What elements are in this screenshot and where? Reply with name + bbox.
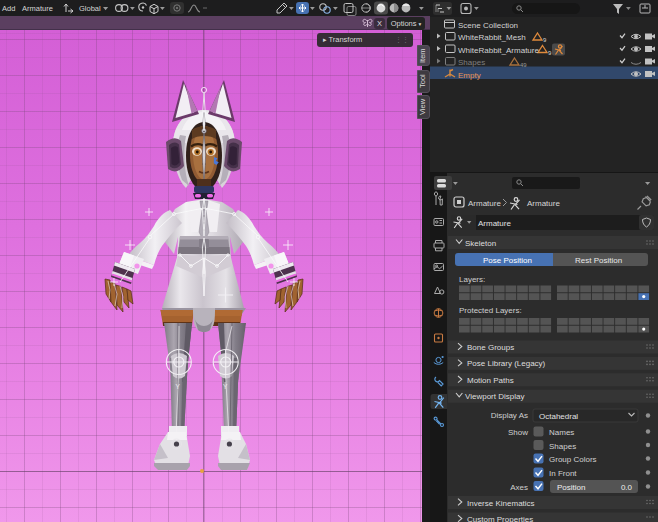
svg-text:Scene Collection: Scene Collection [458, 21, 518, 30]
svg-text:Shapes: Shapes [458, 58, 485, 67]
svg-text:Armature: Armature [22, 4, 53, 13]
svg-text:Inverse Kinematics: Inverse Kinematics [467, 499, 535, 508]
svg-text:Empty: Empty [458, 71, 481, 80]
svg-text:9: 9 [543, 37, 547, 43]
svg-text:WhiteRabbit_Armature: WhiteRabbit_Armature [458, 46, 539, 55]
svg-text:49: 49 [520, 62, 527, 68]
svg-text:WhiteRabbit_Mesh: WhiteRabbit_Mesh [458, 33, 526, 42]
svg-text:Y: Y [176, 383, 181, 390]
svg-text:9: 9 [548, 50, 552, 56]
svg-text:Custom Properties: Custom Properties [467, 515, 533, 522]
svg-text:Global: Global [79, 4, 101, 13]
svg-text:Y: Y [223, 383, 228, 390]
svg-text:Add: Add [2, 4, 15, 13]
